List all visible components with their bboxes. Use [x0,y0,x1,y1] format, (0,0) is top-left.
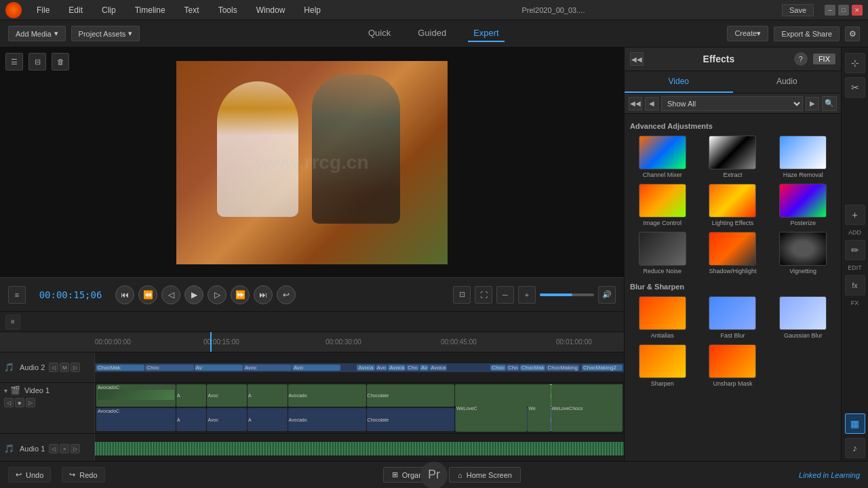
effect-reduce-noise[interactable]: Reduce Noise [630,232,695,274]
effects-help-button[interactable]: ? [794,52,808,66]
menu-clip[interactable]: Clip [98,4,120,16]
video1-mute[interactable]: ■ [15,398,24,407]
active-panel-icon[interactable]: ▦ [845,413,865,434]
audio2-mute[interactable]: M [60,363,69,372]
maximize-button[interactable]: □ [838,5,849,16]
edit-button[interactable]: ✏ [845,240,865,260]
add-button[interactable]: + [845,205,865,225]
menu-edit[interactable]: Edit [64,4,87,16]
video1-next[interactable]: ▷ [26,398,35,407]
home-screen-button[interactable]: ⌂ Home Screen [449,467,521,483]
step-forward-button[interactable]: ▷ [208,285,226,304]
effect-sharpen[interactable]: Sharpen [630,344,695,387]
video-clip-choc2[interactable]: Chocolate [367,408,454,431]
audio2-clip-avoca3[interactable]: Avoca [388,365,406,371]
timeline-settings-icon[interactable]: ≡ [5,314,20,329]
audio2-next[interactable]: ▷ [71,363,80,372]
video-clip-a2[interactable]: A [176,408,206,431]
export-share-button[interactable]: Export & Share [774,26,840,41]
video-clip-we[interactable]: We [528,384,550,432]
video-clip-avoc[interactable]: Avoc [207,384,247,407]
split-icon[interactable]: ⊟ [28,53,46,70]
menu-timeline[interactable]: Timeline [131,4,170,16]
video-clip-welove1[interactable]: WeLoveC [456,384,527,432]
volume-slider[interactable] [540,293,594,296]
fix-button[interactable]: FIX [813,54,835,64]
save-button[interactable]: Save [782,4,814,16]
audio2-clip-chocmak3[interactable]: ChocMaking [546,365,578,371]
menu-help[interactable]: Help [300,4,325,16]
effects-back-arrow[interactable]: ◀◀ [630,52,644,66]
delete-icon[interactable]: 🗑 [52,53,69,70]
linked-learning-link[interactable]: Linked in Learning [799,471,860,479]
effect-haze-removal[interactable]: Haze Removal [770,136,835,178]
forward-end-button[interactable]: ⏭ [254,285,273,304]
menu-window[interactable]: Window [252,4,290,16]
redo-button[interactable]: ↪ Redo [62,467,104,483]
audio2-clip-avoca2[interactable]: Avoca [357,365,374,371]
menu-file[interactable]: File [33,4,54,16]
mode-expert[interactable]: Expert [468,25,505,42]
menu-text[interactable]: Text [180,4,203,16]
audio2-clip-av[interactable]: Av [195,365,243,371]
video-clip-avoc2[interactable]: Avoc [207,408,247,431]
effects-back-arrow2[interactable]: ◀ [645,97,658,110]
audio2-clip-avo2[interactable]: Avo [376,365,388,371]
effect-image-control[interactable]: Image Control [630,184,695,226]
fullscreen-icon[interactable]: ⛶ [475,286,492,304]
video-clip-avocado2[interactable]: Avocado [288,384,366,407]
video-clip-avocado1[interactable]: AvocadoC [96,384,176,407]
audio2-clip-av2[interactable]: Av [420,365,429,371]
add-track-icon[interactable]: ☰ [5,53,23,70]
rewind-button[interactable]: ⏪ [138,285,157,304]
effects-filter-select[interactable]: Show All [661,96,803,111]
create-button[interactable]: Create▾ [727,26,768,41]
music-note-icon[interactable]: ♪ [845,438,865,458]
audio1-prev[interactable]: ◁ [49,444,58,453]
video-clip-avocado4[interactable]: A [248,408,288,431]
play-button[interactable]: ▶ [184,285,203,304]
undo-button[interactable]: ↩ Undo [8,467,51,483]
audio2-clip-cho2[interactable]: Cho [507,365,519,371]
minimize-button[interactable]: – [825,5,835,16]
audio2-clip-choc2[interactable]: Choc [490,365,506,371]
add-media-button[interactable]: Add Media▾ [8,26,66,41]
effect-extract[interactable]: Extract [701,136,766,178]
zoom-out-icon[interactable]: ─ [496,286,514,304]
video-clip-avocado5[interactable]: Avocado [288,408,366,431]
fast-forward-button[interactable]: ⏩ [231,285,250,304]
effect-lighting-effects[interactable]: Lighting Effects [701,184,766,226]
effect-gaussian-blur[interactable]: Gaussian Blur [770,296,835,339]
tab-audio[interactable]: Audio [733,71,842,93]
project-assets-button[interactable]: Project Assets▾ [71,26,140,41]
move-tool-icon[interactable]: ⊹ [845,53,865,73]
audio2-clip-chocmak2[interactable]: ChocMak [520,365,546,371]
effect-fast-blur[interactable]: Fast Blur [701,296,766,339]
settings-icon[interactable]: ⚙ [845,26,860,41]
audio2-clip-choc[interactable]: Choc [145,365,193,371]
fx-button[interactable]: fx [845,275,865,296]
effect-channel-mixer[interactable]: Channel Mixer [630,136,695,178]
mode-quick[interactable]: Quick [363,25,396,42]
effects-prev-arrow[interactable]: ◀◀ [629,97,642,110]
mode-guided[interactable]: Guided [412,25,452,42]
scissors-icon[interactable]: ✂ [845,77,865,98]
effect-posterize[interactable]: Posterize [770,184,835,226]
step-back-button[interactable]: ◁ [161,285,180,304]
effect-shadow-highlight[interactable]: Shadow/Highlight [701,232,766,274]
effect-vignetting[interactable]: Vignetting [770,232,835,274]
video-clip-avoca[interactable]: A [248,384,288,407]
close-button[interactable]: ✕ [852,5,863,16]
effects-search-button[interactable]: 🔍 [822,96,837,111]
tab-video[interactable]: Video [625,71,733,93]
video1-prev[interactable]: ◁ [4,398,14,407]
audio2-clip-avoc3[interactable]: Avo [292,365,340,371]
video-clip-chocolate[interactable]: Chocolate [367,384,454,407]
audio2-clip-avoca4[interactable]: Avoca [429,365,447,371]
effects-fwd-arrow[interactable]: ▶ [806,97,819,110]
multitrack-icon[interactable]: ≡ [8,286,26,304]
audio1-next[interactable]: ▷ [71,444,80,453]
audio1-lock[interactable]: × [60,444,69,453]
effect-unsharp-mask[interactable]: Unsharp Mask [701,344,766,387]
effect-antialias[interactable]: Antialias [630,296,695,339]
